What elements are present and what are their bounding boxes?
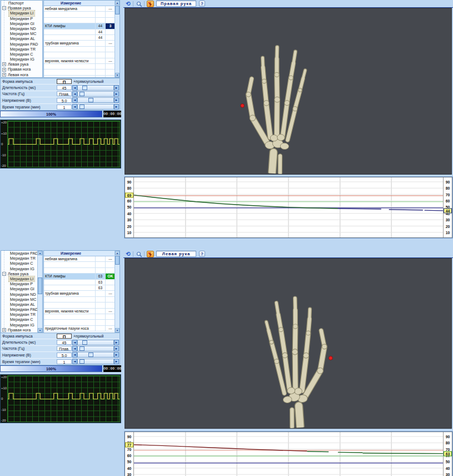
scroll-up-icon[interactable]: ▲ bbox=[115, 251, 120, 255]
table-row[interactable]: 63 bbox=[44, 280, 115, 285]
tree-item-левая-рука[interactable]: −Левая рука bbox=[1, 271, 38, 276]
slider-track[interactable] bbox=[77, 346, 114, 351]
tree-item-меридиан-mc[interactable]: Меридиан MC bbox=[1, 31, 42, 36]
slider-track[interactable] bbox=[77, 91, 114, 97]
tree-item-правая-нога[interactable]: +Правая нога bbox=[1, 67, 42, 72]
tree-item-меридиан-c[interactable]: Меридиан C bbox=[1, 317, 38, 322]
scrollbar-thumb[interactable] bbox=[115, 6, 120, 14]
table-row[interactable] bbox=[44, 64, 115, 70]
measurement-table[interactable]: Измерение небная миндалина---КТИ лимфы44… bbox=[43, 0, 120, 78]
electrode-tool-icon[interactable] bbox=[147, 251, 154, 257]
tree-item-меридиан-c[interactable]: Меридиан C bbox=[1, 52, 42, 57]
tree-expand-icon[interactable]: − bbox=[2, 6, 6, 10]
slider-thumb[interactable] bbox=[79, 92, 84, 96]
table-row[interactable]: придаточные пазухи носа--- bbox=[44, 326, 115, 331]
slider-left-icon[interactable]: ◄ bbox=[72, 340, 77, 345]
table-row[interactable] bbox=[44, 52, 115, 58]
view-name-field[interactable]: Правая рука bbox=[156, 1, 196, 7]
slider-left-icon[interactable]: ◄ bbox=[72, 352, 77, 358]
table-row[interactable]: верхняя, нижняя челюсти--- bbox=[44, 309, 115, 314]
param-slider[interactable]: ◄► bbox=[72, 359, 119, 364]
slider-left-icon[interactable]: ◄ bbox=[72, 85, 77, 91]
scroll-down-icon[interactable]: ▼ bbox=[115, 328, 120, 333]
slider-right-icon[interactable]: ► bbox=[114, 352, 119, 358]
table-row[interactable] bbox=[44, 314, 115, 320]
tree-expand-icon[interactable]: − bbox=[2, 272, 6, 276]
slider-right-icon[interactable]: ► bbox=[114, 97, 119, 103]
tree-item-меридиан-ig[interactable]: Меридиан IG bbox=[1, 323, 38, 328]
table-row[interactable]: КТИ лимфы63OK bbox=[44, 274, 115, 279]
table-row[interactable] bbox=[44, 18, 115, 23]
slider-left-icon[interactable]: ◄ bbox=[72, 97, 77, 103]
tree-item-паспорт[interactable]: Паспорт bbox=[1, 1, 42, 6]
meridian-tree[interactable]: Меридиан PADМеридиан TRМеридиан CМеридиа… bbox=[1, 250, 43, 333]
table-scrollbar[interactable]: ▲ ▼ bbox=[115, 251, 120, 333]
table-row[interactable]: КТИ лимфы443 bbox=[44, 23, 115, 29]
tree-item-меридиан-tr[interactable]: Меридиан TR bbox=[1, 312, 38, 317]
tree-item-меридиан-pad[interactable]: Меридиан PAD bbox=[1, 307, 38, 312]
tree-item-правая-рука[interactable]: −Правая рука bbox=[1, 6, 42, 11]
table-row[interactable]: 44 bbox=[44, 29, 115, 35]
slider-track[interactable] bbox=[77, 104, 114, 110]
param-slider[interactable]: ◄► bbox=[72, 346, 119, 351]
tree-item-меридиан-nd[interactable]: Меридиан ND bbox=[1, 26, 42, 31]
tree-item-меридиан-tr[interactable]: Меридиан TR bbox=[1, 47, 42, 52]
slider-right-icon[interactable]: ► bbox=[114, 359, 119, 364]
electrode-point-marker[interactable] bbox=[241, 103, 245, 107]
slider-left-icon[interactable]: ◄ bbox=[72, 346, 77, 351]
tree-item-меридиан-al[interactable]: Меридиан AL bbox=[1, 302, 38, 307]
tree-item-меридиан-gi[interactable]: Меридиан GI bbox=[1, 286, 38, 291]
scroll-up-icon[interactable]: ▲ bbox=[115, 1, 120, 5]
slider-thumb[interactable] bbox=[82, 86, 87, 90]
tree-item-меридиан-al[interactable]: Меридиан AL bbox=[1, 36, 42, 41]
scrollbar-thumb[interactable] bbox=[115, 256, 120, 265]
table-row[interactable] bbox=[44, 268, 115, 274]
tree-item-меридиан-li[interactable]: Меридиан LI bbox=[1, 276, 38, 281]
table-row[interactable]: трубная миндалина--- bbox=[44, 41, 115, 46]
view-name-field[interactable]: Левая рука bbox=[156, 251, 196, 257]
table-row[interactable]: 44 bbox=[44, 35, 115, 41]
slider-right-icon[interactable]: ► bbox=[114, 340, 119, 345]
tree-item-меридиан-pad[interactable]: Меридиан PAD bbox=[1, 251, 38, 256]
tree-expand-icon[interactable]: + bbox=[2, 73, 6, 77]
tree-expand-icon[interactable]: + bbox=[2, 328, 6, 332]
pulse-shape-button[interactable]: П bbox=[57, 79, 72, 84]
skeleton-hand[interactable] bbox=[213, 11, 340, 175]
tree-item-левая-рука[interactable]: +Левая рука bbox=[1, 62, 42, 67]
table-row[interactable] bbox=[44, 297, 115, 303]
tree-item-меридиан-nd[interactable]: Меридиан ND bbox=[1, 292, 38, 297]
skeleton-hand[interactable] bbox=[231, 261, 361, 429]
slider-left-icon[interactable]: ◄ bbox=[72, 359, 77, 364]
rotate-icon[interactable]: ⟲ bbox=[125, 251, 132, 257]
tree-expand-icon[interactable]: + bbox=[2, 68, 6, 72]
tree-item-меридиан-p[interactable]: Меридиан P bbox=[1, 16, 42, 21]
slider-left-icon[interactable]: ◄ bbox=[72, 91, 77, 97]
tree-item-меридиан-li[interactable]: Меридиан LI bbox=[1, 11, 42, 16]
tree-scrollbar[interactable]: ▲ ▼ bbox=[37, 251, 42, 333]
table-row[interactable]: верхняя, нижняя челюсти--- bbox=[44, 58, 115, 64]
help-icon[interactable]: ? bbox=[199, 1, 205, 7]
pulse-shape-button[interactable]: П bbox=[57, 334, 72, 339]
tree-item-меридиан-pad[interactable]: Меридиан PAD bbox=[1, 42, 42, 47]
table-row[interactable] bbox=[44, 47, 115, 52]
scroll-up-icon[interactable]: ▲ bbox=[38, 251, 42, 255]
zoom-icon[interactable] bbox=[136, 251, 143, 257]
slider-right-icon[interactable]: ► bbox=[114, 104, 119, 110]
slider-track[interactable] bbox=[77, 352, 114, 358]
3d-hand-view[interactable] bbox=[125, 258, 452, 429]
table-row[interactable] bbox=[44, 320, 115, 325]
tree-item-меридиан-ig[interactable]: Меридиан IG bbox=[1, 57, 42, 62]
slider-right-icon[interactable]: ► bbox=[114, 91, 119, 97]
electrode-point-marker[interactable] bbox=[328, 356, 332, 360]
scroll-down-icon[interactable]: ▼ bbox=[115, 73, 120, 77]
scrollbar-thumb[interactable] bbox=[38, 277, 42, 294]
slider-track[interactable] bbox=[77, 340, 114, 345]
tree-expand-icon[interactable]: + bbox=[2, 62, 6, 66]
table-row[interactable]: 63 bbox=[44, 285, 115, 291]
table-row[interactable] bbox=[44, 70, 115, 75]
param-slider[interactable]: ◄► bbox=[72, 352, 119, 358]
tree-item-меридиан-c[interactable]: Меридиан C bbox=[1, 261, 38, 266]
slider-track[interactable] bbox=[77, 97, 114, 103]
table-scrollbar[interactable]: ▲ ▼ bbox=[115, 1, 120, 77]
table-row[interactable] bbox=[44, 12, 115, 17]
